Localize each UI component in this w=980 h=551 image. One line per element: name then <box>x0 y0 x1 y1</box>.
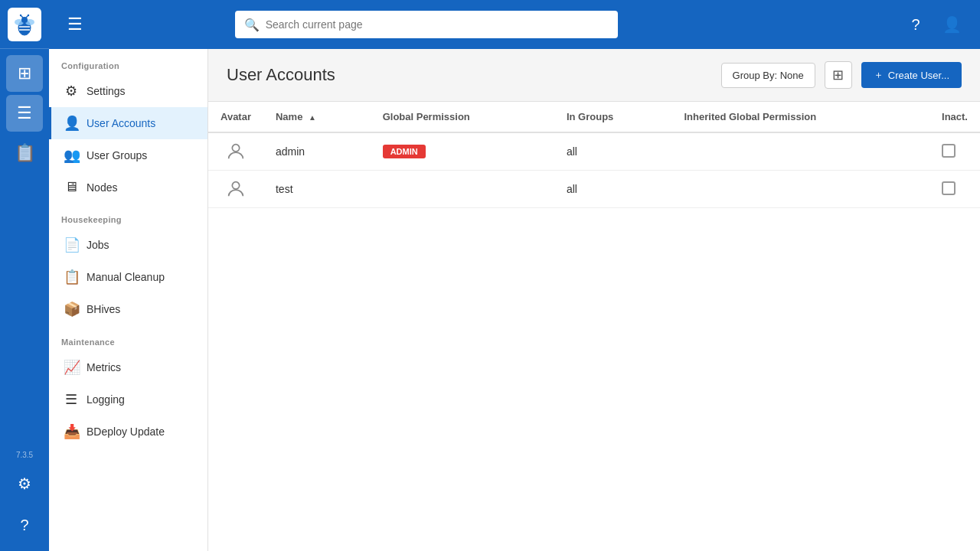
bdeploy-update-icon: 📥 <box>64 423 79 440</box>
main-panel: User Accounts Group By: None ⊞ ＋ Create … <box>208 49 980 551</box>
top-bar: ☰ 🔍 ? 👤 <box>49 0 980 49</box>
avatar-icon <box>220 141 251 162</box>
sidebar-item-user-groups[interactable]: 👥 User Groups <box>49 139 207 171</box>
metrics-icon: 📈 <box>64 359 79 376</box>
user-accounts-table-container: Avatar Name ▲ Global Permission In Group… <box>208 102 980 551</box>
menu-toggle-button[interactable]: ☰ <box>61 11 89 38</box>
panel-header: User Accounts Group By: None ⊞ ＋ Create … <box>208 49 980 102</box>
grid-icon: ⊞ <box>18 64 31 83</box>
main-container: ☰ 🔍 ? 👤 Configuration ⚙ Settings 👤 <box>49 0 980 551</box>
sidebar-item-label: Settings <box>87 85 126 97</box>
user-inactive-cell <box>929 132 980 171</box>
user-global-permission-cell: ADMIN <box>371 132 554 171</box>
hamburger-icon: ☰ <box>67 15 83 34</box>
sidebar: Configuration ⚙ Settings 👤 User Accounts… <box>49 49 208 551</box>
user-icon: 👤 <box>942 15 962 34</box>
sidebar-item-logging[interactable]: ☰ Logging <box>49 383 207 416</box>
user-in-groups-cell: all <box>554 171 672 208</box>
nodes-icon: 🖥 <box>64 179 79 195</box>
sidebar-item-label: User Groups <box>87 149 147 161</box>
sidebar-item-label: User Accounts <box>87 117 155 129</box>
rail-nav-list[interactable]: ☰ <box>6 95 43 132</box>
sidebar-item-settings[interactable]: ⚙ Settings <box>49 75 207 107</box>
rail-nav-dashboard[interactable]: ⊞ <box>6 55 43 92</box>
svg-point-11 <box>232 145 239 152</box>
col-header-avatar: Avatar <box>208 102 263 132</box>
search-input[interactable] <box>235 11 618 38</box>
user-inactive-cell <box>929 171 980 208</box>
col-header-inherited-global-permission: Inherited Global Permission <box>672 102 930 132</box>
rail-settings-button[interactable]: ⚙ <box>6 465 43 502</box>
sidebar-item-label: BHives <box>87 303 120 315</box>
sidebar-section-configuration: Configuration <box>49 49 207 75</box>
col-header-global-permission: Global Permission <box>371 102 554 132</box>
rail-help-button[interactable]: ? <box>6 507 43 543</box>
manual-cleanup-icon: 📋 <box>64 269 79 285</box>
search-icon: 🔍 <box>244 18 260 32</box>
sidebar-item-manual-cleanup[interactable]: 📋 Manual Cleanup <box>49 261 207 293</box>
admin-badge: ADMIN <box>383 145 426 158</box>
rail-nav-clipboard[interactable]: 📋 <box>6 135 43 171</box>
sidebar-item-label: Nodes <box>87 181 117 194</box>
user-in-groups-cell: all <box>554 132 672 171</box>
sidebar-item-label: Manual Cleanup <box>87 271 165 283</box>
col-header-inact: Inact. <box>929 102 980 132</box>
sidebar-item-label: Jobs <box>87 239 109 251</box>
svg-point-10 <box>28 14 29 15</box>
avatar-icon <box>220 178 251 200</box>
clipboard-icon: 📋 <box>15 143 35 163</box>
settings-icon: ⚙ <box>64 83 79 99</box>
search-bar: 🔍 <box>235 11 618 38</box>
user-groups-icon: 👥 <box>64 147 79 164</box>
sidebar-item-nodes[interactable]: 🖥 Nodes <box>49 171 207 203</box>
table-header-row: Avatar Name ▲ Global Permission In Group… <box>208 102 980 132</box>
bhives-icon: 📦 <box>64 301 79 318</box>
rail-bottom: 7.3.5 ⚙ ? <box>0 451 49 551</box>
create-user-button[interactable]: ＋ Create User... <box>861 62 962 88</box>
sidebar-item-label: Metrics <box>87 361 121 373</box>
logging-icon: ☰ <box>64 391 79 408</box>
inactive-checkbox[interactable] <box>942 181 956 195</box>
top-bar-actions: ? 👤 <box>900 9 968 40</box>
table-row[interactable]: admin ADMIN all <box>208 132 980 171</box>
add-icon: ＋ <box>874 68 884 82</box>
user-accounts-table: Avatar Name ▲ Global Permission In Group… <box>208 102 980 208</box>
col-header-in-groups: In Groups <box>554 102 672 132</box>
table-row[interactable]: test all <box>208 171 980 208</box>
user-accounts-icon: 👤 <box>64 115 79 132</box>
icon-rail: ⊞ ☰ 📋 7.3.5 ⚙ ? <box>0 0 49 551</box>
version-label: 7.3.5 <box>16 451 33 461</box>
group-by-button[interactable]: Group By: None <box>721 63 815 88</box>
app-logo[interactable] <box>0 0 49 49</box>
help-circle-icon: ? <box>911 16 920 34</box>
user-avatar-cell <box>208 132 263 171</box>
col-header-name[interactable]: Name ▲ <box>263 102 371 132</box>
sidebar-section-housekeeping: Housekeeping <box>49 203 207 229</box>
sidebar-item-metrics[interactable]: 📈 Metrics <box>49 351 207 383</box>
sidebar-item-bdeploy-update[interactable]: 📥 BDeploy Update <box>49 416 207 448</box>
create-user-label: Create User... <box>888 70 949 81</box>
user-avatar-cell <box>208 171 263 208</box>
user-account-button[interactable]: 👤 <box>937 9 968 40</box>
sidebar-item-label: BDeploy Update <box>87 425 165 438</box>
svg-point-9 <box>20 14 21 15</box>
columns-icon: ⊞ <box>832 67 844 83</box>
sidebar-item-user-accounts[interactable]: 👤 User Accounts <box>49 107 207 139</box>
list-icon: ☰ <box>17 103 32 123</box>
help-icon: ? <box>20 517 28 534</box>
page-title: User Accounts <box>227 65 712 85</box>
user-name-cell: admin <box>263 132 371 171</box>
help-button[interactable]: ? <box>900 9 931 40</box>
svg-point-12 <box>232 182 239 189</box>
sidebar-item-jobs[interactable]: 📄 Jobs <box>49 229 207 261</box>
sidebar-section-maintenance: Maintenance <box>49 325 207 351</box>
rail-navigation: ⊞ ☰ 📋 <box>0 49 49 451</box>
user-global-permission-cell <box>371 171 554 208</box>
inactive-checkbox[interactable] <box>942 144 956 158</box>
content-area: Configuration ⚙ Settings 👤 User Accounts… <box>49 49 980 551</box>
sidebar-item-bhives[interactable]: 📦 BHives <box>49 293 207 325</box>
user-inherited-permission-cell <box>672 132 930 171</box>
columns-toggle-button[interactable]: ⊞ <box>825 61 852 89</box>
sort-asc-icon: ▲ <box>309 113 316 122</box>
sidebar-item-label: Logging <box>87 393 125 406</box>
